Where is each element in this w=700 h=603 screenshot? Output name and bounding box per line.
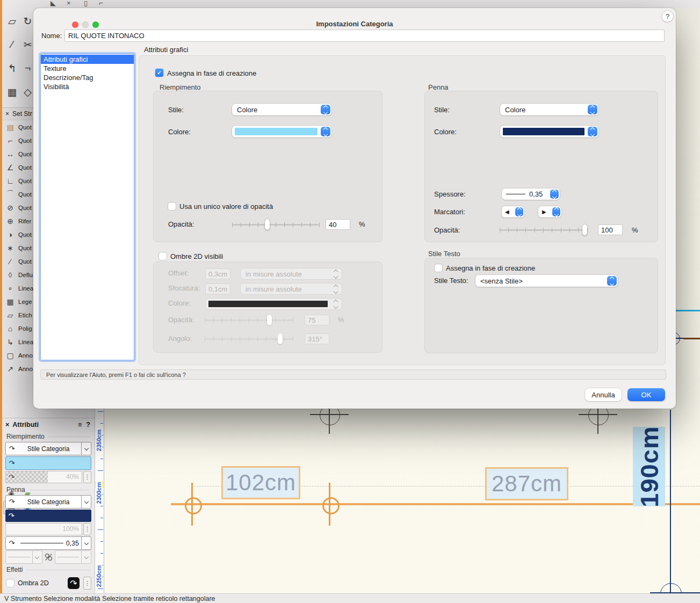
fill-style-select[interactable]: ↷ Stile Categoria	[5, 442, 91, 455]
palette-item-label: Quot	[18, 231, 32, 238]
close-icon[interactable]: ×	[5, 110, 9, 118]
quota-angular-icon: ∟	[5, 177, 15, 185]
quota-elevation-icon: ◑	[5, 230, 15, 239]
pen-thickness-label: Spessore:	[434, 190, 466, 198]
pen-color-bar[interactable]: ↷	[5, 510, 91, 522]
chevron-down-icon	[81, 442, 91, 455]
text-style-popup[interactable]: <senza Stile>	[475, 275, 618, 287]
percent-sign: %	[359, 220, 365, 228]
settings-page-item[interactable]: Visibilità	[41, 82, 134, 91]
clipped-tool-icon: ⌐	[99, 0, 103, 7]
pen-opacity-label: Opacità:	[434, 226, 460, 234]
settings-page-item[interactable]: Texture	[41, 64, 134, 73]
survey-line[interactable]	[171, 503, 700, 505]
pen-opacity-value: 100%	[62, 525, 79, 533]
panel-help-icon[interactable]: ?	[86, 421, 90, 428]
category-style-icon: ↷	[6, 459, 18, 467]
palette-item-label: Quot	[18, 245, 32, 251]
reshape-tool-icon[interactable]: ▱	[4, 9, 20, 33]
ruler-label: 2300cm	[96, 481, 102, 505]
text-assign-checkbox[interactable]	[435, 264, 442, 272]
fill-opacity-slider[interactable]	[232, 219, 319, 230]
pen-style-popup[interactable]: Colore	[500, 104, 598, 115]
shadow-opacity-label: Opacità:	[168, 316, 194, 324]
panel-menu-icon[interactable]: ≡	[78, 421, 82, 428]
chevron-down-icon	[81, 551, 91, 563]
poligono-icon: ⌂	[5, 324, 15, 333]
shadow-2d-checkbox[interactable]	[6, 579, 14, 587]
shadow-blur-mode-value: in misure assolute	[246, 285, 302, 293]
ruler-label: 2350cm	[96, 428, 102, 452]
top-left-toolbar: ▱↻∕✂↰¬▦◇	[4, 9, 37, 104]
dimension-label[interactable]: 287cm	[485, 467, 568, 500]
category-style-icon: ↷	[6, 498, 18, 506]
unlink-icon[interactable]	[45, 553, 53, 561]
palette-item-label: Rifer	[18, 218, 31, 224]
fill-section-label: Riempimento	[6, 433, 90, 440]
shadow-options-button[interactable]: ⋮	[83, 577, 91, 590]
line-style-end-select[interactable]	[55, 550, 92, 564]
brown-wall-segment	[683, 338, 700, 339]
percent-sign: %	[632, 226, 638, 234]
opacity-options-button[interactable]: ⋮	[83, 523, 91, 535]
pen-weight-select[interactable]: ↷ 0,35	[5, 536, 91, 550]
stepper-icon	[552, 207, 560, 216]
line-style-start-select[interactable]	[5, 550, 42, 564]
line-weight-preview	[506, 194, 525, 195]
linea-quota-icon: ∘	[5, 284, 15, 293]
stepper-icon	[588, 105, 597, 114]
quota-chain-icon: ⌐	[5, 136, 15, 145]
assign-on-creation-label: Assegna in fase di creazione	[167, 69, 256, 77]
settings-pages-list[interactable]: Attributi grafici Texture Descrizione/Ta…	[40, 54, 134, 360]
dimension-value: 287cm	[492, 471, 562, 497]
fill-style-label: Stile:	[168, 106, 184, 114]
category-style-icon: ↷	[6, 445, 18, 453]
single-opacity-checkbox[interactable]	[168, 202, 176, 210]
marker-end-control[interactable]: ▶	[538, 206, 561, 217]
fill-style-popup[interactable]: Colore	[232, 104, 331, 115]
fill-opacity-value: 40%	[66, 473, 79, 481]
vertical-dimension-label[interactable]: 190cm	[633, 427, 665, 506]
close-icon[interactable]: ×	[5, 421, 9, 428]
palette-item-label: Linea	[18, 285, 33, 292]
fill-color-popup[interactable]	[232, 126, 331, 137]
pen-thickness-control[interactable]: 0,35	[502, 188, 560, 200]
cancel-button[interactable]: Annulla	[585, 388, 622, 401]
shadow-offset-field	[205, 268, 230, 279]
assign-on-creation-checkbox[interactable]: ✓	[155, 69, 163, 77]
palette-item-label: Quot	[18, 137, 32, 144]
paintbrush-tool-icon[interactable]: ∕	[4, 33, 20, 56]
pen-color-label: Colore:	[434, 128, 457, 136]
text-style-label: Stile Testo:	[434, 277, 468, 285]
application-window: ◣ × ▯ ⌐ ▱↻∕✂↰¬▦◇ × Set Str ▤Quot⌐Quot↔Qu…	[0, 0, 700, 603]
pen-style-select[interactable]: ↷ Stile Categoria	[5, 495, 91, 508]
settings-page-item[interactable]: Attributi grafici	[41, 55, 134, 64]
shadow-style-button[interactable]: ↷	[68, 577, 80, 589]
pen-opacity-field[interactable]	[598, 224, 623, 235]
pen-section-label: Penna	[6, 486, 90, 493]
opacity-options-button[interactable]: ⋮	[83, 471, 91, 483]
pen-group-title: Penna	[428, 83, 449, 91]
pen-color-popup[interactable]	[500, 126, 598, 137]
shadow-visible-checkbox[interactable]	[159, 252, 167, 260]
name-label: Nome:	[41, 32, 62, 40]
name-input[interactable]	[64, 30, 665, 42]
fillet-tool-icon[interactable]: ↰	[4, 56, 20, 80]
help-hint-bar: Per visualizzare l'Aiuto, premi F1 o fai…	[40, 369, 666, 380]
pen-opacity-slider[interactable]	[500, 224, 587, 235]
palette-item-label: Anno	[18, 352, 33, 359]
marker-start-control[interactable]: ◀	[502, 206, 524, 217]
fill-color-bar[interactable]: ↷	[5, 456, 91, 470]
shadow-group-title: Ombre 2D visibili	[170, 252, 223, 260]
ok-button[interactable]: OK	[627, 388, 665, 401]
palette-item-label: Quot	[18, 205, 32, 211]
dialog-help-button[interactable]: ?	[662, 11, 673, 22]
pen-opacity-bar[interactable]: 100% ⋮	[5, 523, 91, 535]
fill-opacity-field[interactable]	[326, 219, 350, 230]
fill-opacity-bar[interactable]: ↷ 40% ⋮	[5, 471, 91, 483]
quota-folder-icon: ▤	[5, 123, 15, 132]
settings-page-item[interactable]: Descrizione/Tag	[41, 73, 134, 82]
mesh-edit-tool-icon[interactable]: ▦	[4, 80, 20, 104]
dimension-label[interactable]: 102cm	[221, 466, 300, 499]
palette-item-label: Polig	[18, 325, 32, 332]
